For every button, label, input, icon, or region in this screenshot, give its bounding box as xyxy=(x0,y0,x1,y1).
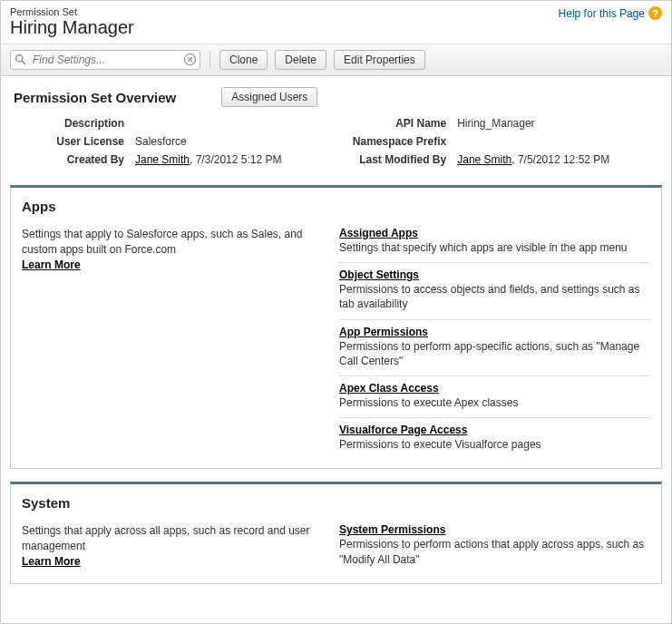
apex-class-access-link[interactable]: Apex Class Access xyxy=(339,382,439,395)
value-api-name: Hiring_Manager xyxy=(452,114,662,132)
clone-button[interactable]: Clone xyxy=(219,50,268,70)
system-permissions-link[interactable]: System Permissions xyxy=(339,523,445,536)
value-created-by: Jane Smith, 7/3/2012 5:12 PM xyxy=(130,151,332,169)
assigned-apps-link[interactable]: Assigned Apps xyxy=(339,227,418,239)
app-permissions-link[interactable]: App Permissions xyxy=(339,326,428,338)
created-by-user-link[interactable]: Jane Smith xyxy=(135,153,190,166)
edit-properties-button[interactable]: Edit Properties xyxy=(334,50,425,70)
system-section-title: System xyxy=(11,484,661,511)
modified-by-user-link[interactable]: Jane Smith xyxy=(457,153,511,166)
page-title: Hiring Manager xyxy=(10,17,134,44)
apps-section: Apps Settings that apply to Salesforce a… xyxy=(10,185,662,469)
system-section: System Settings that apply across all ap… xyxy=(10,482,662,583)
apex-class-access-desc: Permissions to execute Apex classes xyxy=(339,395,650,410)
action-bar: Clone Delete Edit Properties xyxy=(1,44,671,76)
label-user-license: User License xyxy=(10,132,130,151)
apps-learn-more-link[interactable]: Learn More xyxy=(22,258,81,271)
label-namespace-prefix: Namespace Prefix xyxy=(332,132,452,151)
modified-by-date: , 7/5/2012 12:52 PM xyxy=(511,153,609,166)
label-api-name: API Name xyxy=(332,114,452,132)
assigned-users-button[interactable]: Assigned Users xyxy=(221,87,317,107)
created-by-date: , 7/3/2012 5:12 PM xyxy=(190,153,281,166)
label-description: Description xyxy=(10,114,130,132)
visualforce-page-access-link[interactable]: Visualforce Page Access xyxy=(339,424,467,436)
overview-title: Permission Set Overview xyxy=(14,90,176,105)
assigned-apps-desc: Settings that specify which apps are vis… xyxy=(339,240,650,255)
help-link-text: Help for this Page xyxy=(559,7,645,20)
clear-icon[interactable] xyxy=(183,53,197,66)
label-created-by: Created By xyxy=(10,151,130,169)
visualforce-page-access-desc: Permissions to execute Visualforce pages xyxy=(339,437,650,452)
help-link[interactable]: Help for this Page ? xyxy=(559,6,662,20)
system-permissions-desc: Permissions to perform actions that appl… xyxy=(339,537,650,566)
overview-detail-table: Description API Name Hiring_Manager User… xyxy=(10,114,662,169)
value-description xyxy=(130,114,332,132)
divider xyxy=(209,51,210,69)
system-learn-more-link[interactable]: Learn More xyxy=(22,555,81,568)
value-last-modified-by: Jane Smith, 7/5/2012 12:52 PM xyxy=(452,151,662,169)
search-input[interactable] xyxy=(10,50,200,70)
help-icon: ? xyxy=(648,6,662,20)
breadcrumb: Permission Set xyxy=(10,6,134,17)
object-settings-desc: Permissions to access objects and fields… xyxy=(339,282,650,311)
apps-section-desc: Settings that apply to Salesforce apps, … xyxy=(22,228,303,256)
object-settings-link[interactable]: Object Settings xyxy=(339,268,419,281)
system-section-desc: Settings that apply across all apps, suc… xyxy=(22,524,310,552)
apps-section-title: Apps xyxy=(11,188,661,214)
app-permissions-desc: Permissions to perform app-specific acti… xyxy=(339,339,650,368)
value-namespace-prefix xyxy=(452,132,662,151)
delete-button[interactable]: Delete xyxy=(275,50,326,70)
label-last-modified-by: Last Modified By xyxy=(332,151,452,169)
value-user-license: Salesforce xyxy=(130,132,332,151)
